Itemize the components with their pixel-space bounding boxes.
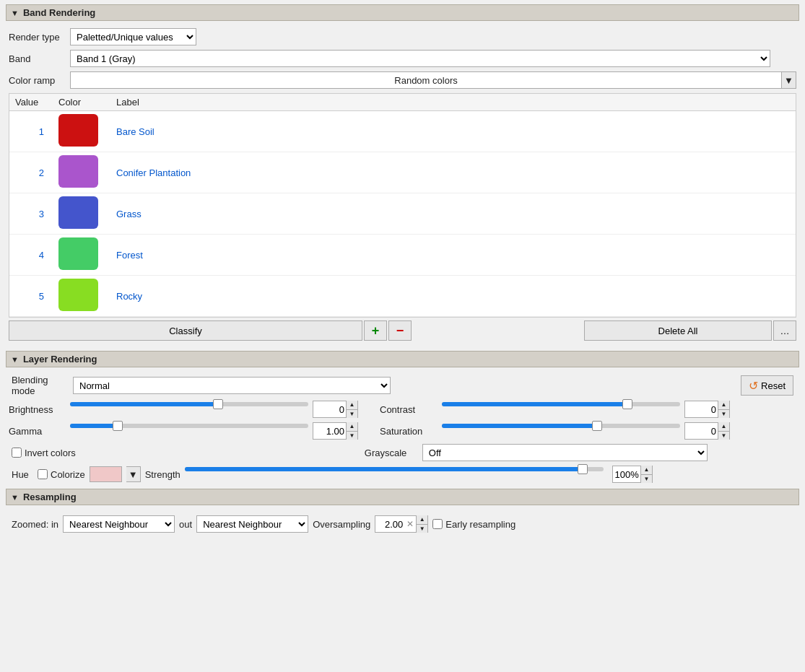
- strength-up[interactable]: ▲: [641, 466, 652, 475]
- contrast-down[interactable]: ▼: [718, 410, 729, 419]
- more-icon: …: [780, 326, 790, 336]
- saturation-down[interactable]: ▼: [718, 432, 729, 440]
- table-body: 1 Bare Soil 2 Conifer Plantation 3 Grass…: [9, 111, 796, 317]
- brightness-up[interactable]: ▲: [347, 401, 357, 410]
- strength-slider[interactable]: [185, 467, 604, 481]
- table-row[interactable]: 4 Forest: [9, 235, 796, 276]
- invert-label[interactable]: Invert colors: [12, 448, 76, 458]
- row-color-cell[interactable]: [58, 237, 116, 272]
- band-rendering-arrow: ▼: [11, 9, 19, 17]
- strength-spinbox[interactable]: ▲ ▼: [612, 466, 653, 483]
- grayscale-select[interactable]: Off: [422, 444, 708, 461]
- band-rendering-title: Band Rendering: [23, 7, 95, 18]
- band-select[interactable]: Band 1 (Gray): [70, 50, 770, 67]
- contrast-label: Contrast: [380, 404, 438, 415]
- more-button[interactable]: …: [773, 320, 796, 341]
- layer-rendering-body: Blending mode Normal ↺ Reset Brightness: [6, 372, 799, 489]
- gamma-up[interactable]: ▲: [347, 422, 357, 432]
- brightness-spinbox[interactable]: ▲ ▼: [313, 401, 358, 418]
- oversampling-down[interactable]: ▼: [417, 525, 427, 533]
- contrast-value[interactable]: [685, 404, 718, 415]
- band-rendering-header[interactable]: ▼ Band Rendering: [6, 4, 799, 21]
- remove-icon: −: [396, 323, 404, 339]
- hue-label: Hue: [12, 469, 33, 480]
- color-ramp-container: Random colors ▼: [70, 71, 796, 89]
- brightness-slider[interactable]: [70, 402, 308, 416]
- early-resampling-checkbox[interactable]: [432, 519, 443, 529]
- gamma-slider[interactable]: [70, 424, 308, 438]
- gamma-value[interactable]: [313, 426, 346, 437]
- contrast-up[interactable]: ▲: [718, 401, 729, 410]
- render-type-select[interactable]: Paletted/Unique values: [70, 28, 196, 45]
- strength-label: Strength: [145, 469, 180, 480]
- row-label: Forest: [116, 250, 790, 261]
- saturation-up[interactable]: ▲: [718, 422, 729, 432]
- reset-icon: ↺: [749, 379, 758, 393]
- classify-button[interactable]: Classify: [9, 320, 362, 341]
- reset-label: Reset: [761, 380, 786, 391]
- row-color-cell[interactable]: [58, 196, 116, 231]
- oversampling-clear[interactable]: ✕: [404, 519, 416, 529]
- remove-button[interactable]: −: [388, 320, 412, 341]
- table-row[interactable]: 3 Grass: [9, 193, 796, 235]
- color-swatch[interactable]: [58, 155, 98, 188]
- header-value: Value: [15, 97, 58, 108]
- contrast-slider[interactable]: [442, 402, 680, 416]
- colorize-label[interactable]: Colorize: [38, 469, 85, 480]
- color-swatch[interactable]: [58, 279, 98, 311]
- row-value: 1: [15, 126, 58, 137]
- early-resampling-label[interactable]: Early resampling: [432, 519, 515, 530]
- color-ramp-label: Color ramp: [9, 75, 70, 86]
- layer-rendering-arrow: ▼: [11, 355, 19, 364]
- table-row[interactable]: 5 Rocky: [9, 276, 796, 317]
- color-ramp-dropdown[interactable]: ▼: [782, 71, 796, 89]
- strength-value[interactable]: [613, 469, 640, 480]
- add-button[interactable]: +: [364, 320, 387, 341]
- invert-grayscale-row: Invert colors Grayscale Off: [9, 444, 796, 461]
- zoomed-out-select[interactable]: Nearest Neighbour: [196, 515, 308, 533]
- row-value: 3: [15, 209, 58, 219]
- hue-color-dropdown[interactable]: ▼: [126, 466, 141, 482]
- color-ramp-box[interactable]: Random colors: [70, 71, 782, 89]
- hue-row: Hue Colorize ▼ Strength ▲ ▼: [9, 466, 796, 483]
- out-label: out: [179, 519, 192, 530]
- row-color-cell[interactable]: [58, 155, 116, 190]
- reset-button[interactable]: ↺ Reset: [741, 375, 793, 396]
- brightness-label: Brightness: [9, 404, 70, 415]
- zoomed-in-label: Zoomed: in: [12, 519, 58, 530]
- hue-color-swatch[interactable]: [90, 466, 122, 482]
- row-color-cell[interactable]: [58, 279, 116, 313]
- brightness-down[interactable]: ▼: [347, 410, 357, 419]
- colorize-checkbox[interactable]: [38, 469, 48, 479]
- row-value: 2: [15, 167, 58, 178]
- add-icon: +: [372, 323, 380, 339]
- band-rendering-body: Render type Paletted/Unique values Band …: [6, 25, 799, 346]
- gamma-spinbox[interactable]: ▲ ▼: [313, 422, 358, 440]
- oversampling-up[interactable]: ▲: [417, 515, 427, 525]
- saturation-spinbox[interactable]: ▲ ▼: [684, 422, 730, 440]
- resampling-body: Zoomed: in Nearest Neighbour out Nearest…: [6, 510, 799, 541]
- color-swatch[interactable]: [58, 114, 98, 147]
- color-swatch[interactable]: [58, 237, 98, 270]
- oversampling-value[interactable]: [375, 519, 404, 530]
- invert-checkbox[interactable]: [12, 448, 22, 458]
- contrast-spinbox[interactable]: ▲ ▼: [684, 401, 730, 418]
- row-color-cell[interactable]: [58, 114, 116, 149]
- color-swatch[interactable]: [58, 196, 98, 229]
- table-row[interactable]: 1 Bare Soil: [9, 111, 796, 152]
- strength-down[interactable]: ▼: [641, 475, 652, 484]
- saturation-value[interactable]: [685, 426, 718, 437]
- render-type-label: Render type: [9, 32, 70, 43]
- zoomed-in-select[interactable]: Nearest Neighbour: [63, 515, 175, 533]
- oversampling-spinbox[interactable]: ✕ ▲ ▼: [375, 515, 428, 533]
- layer-rendering-header[interactable]: ▼ Layer Rendering: [6, 351, 799, 367]
- color-ramp-row: Color ramp Random colors ▼: [9, 71, 796, 89]
- brightness-value[interactable]: [313, 404, 346, 415]
- resampling-header[interactable]: ▼ Resampling: [6, 489, 799, 505]
- saturation-slider[interactable]: [442, 424, 680, 438]
- gamma-down[interactable]: ▼: [347, 432, 357, 440]
- delete-all-button[interactable]: Delete All: [584, 320, 772, 341]
- blending-mode-row: Blending mode Normal ↺ Reset: [9, 375, 796, 396]
- table-row[interactable]: 2 Conifer Plantation: [9, 152, 796, 193]
- blending-mode-select[interactable]: Normal: [73, 377, 391, 394]
